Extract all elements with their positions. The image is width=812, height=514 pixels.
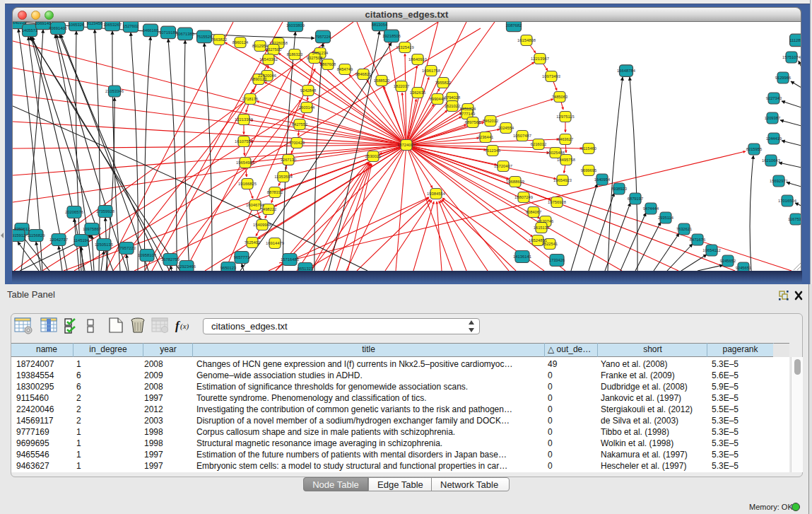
svg-text:10507487: 10507487 [513, 134, 531, 138]
svg-text:1527602: 1527602 [123, 24, 139, 28]
svg-text:9327508: 9327508 [307, 56, 323, 60]
svg-text:21053346: 21053346 [105, 89, 124, 93]
svg-text:18807249: 18807249 [514, 195, 533, 199]
svg-text:9463627: 9463627 [558, 137, 574, 141]
svg-text:5498222: 5498222 [261, 207, 277, 211]
svg-text:1362635: 1362635 [410, 90, 426, 95]
svg-text:12975115: 12975115 [556, 115, 574, 119]
svg-text:3267130: 3267130 [281, 158, 297, 162]
svg-text:8186323: 8186323 [287, 52, 303, 57]
svg-text:16782759: 16782759 [161, 257, 180, 262]
svg-text:1167531: 1167531 [788, 217, 801, 221]
svg-text:12042737: 12042737 [49, 238, 68, 242]
svg-text:7515526: 7515526 [196, 35, 213, 39]
svg-text:1640335: 1640335 [13, 22, 26, 25]
svg-text:9327500: 9327500 [266, 47, 282, 52]
svg-text:2236441: 2236441 [478, 135, 494, 139]
svg-text:8938923: 8938923 [611, 187, 628, 191]
svg-text:18495758: 18495758 [557, 158, 575, 162]
svg-text:9890123: 9890123 [251, 77, 267, 81]
svg-text:10653267: 10653267 [103, 23, 122, 27]
svg-text:8990448: 8990448 [430, 97, 446, 101]
svg-text:1615132: 1615132 [534, 226, 550, 230]
svg-text:1822037: 1822037 [394, 84, 410, 88]
svg-text:1733426: 1733426 [549, 258, 565, 262]
svg-text:10671385: 10671385 [176, 32, 194, 36]
svg-text:10719185: 10719185 [159, 30, 177, 35]
svg-text:9650123: 9650123 [220, 266, 237, 270]
svg-text:7957224: 7957224 [315, 35, 331, 39]
svg-text:19756928: 19756928 [548, 200, 566, 204]
svg-text:19218506: 19218506 [382, 34, 401, 38]
svg-text:(x): (x) [180, 322, 189, 331]
svg-text:14136141: 14136141 [513, 255, 531, 259]
svg-text:12213967: 12213967 [531, 57, 549, 61]
svg-text:9657771: 9657771 [234, 255, 250, 259]
svg-text:2603144: 2603144 [299, 105, 315, 110]
svg-text:1145194: 1145194 [73, 238, 90, 243]
svg-text:7632621: 7632621 [676, 227, 693, 231]
svg-text:15716485: 15716485 [281, 257, 299, 262]
svg-text:15751074: 15751074 [782, 55, 801, 59]
svg-text:7485063: 7485063 [552, 95, 568, 99]
svg-text:9242848: 9242848 [300, 88, 317, 93]
svg-text:11325419: 11325419 [396, 45, 413, 49]
svg-text:9115460: 9115460 [581, 146, 596, 151]
svg-text:6879197: 6879197 [628, 197, 644, 201]
svg-text:20206576: 20206576 [65, 210, 83, 214]
svg-text:18724007: 18724007 [397, 143, 416, 147]
svg-text:9123456: 9123456 [87, 22, 103, 25]
svg-text:17957223: 17957223 [117, 246, 136, 250]
svg-text:9651321: 9651321 [298, 267, 314, 271]
svg-text:11156829: 11156829 [28, 233, 45, 238]
svg-text:8451234: 8451234 [460, 107, 476, 111]
svg-text:1112853: 1112853 [789, 38, 801, 42]
svg-text:6120746: 6120746 [538, 219, 554, 223]
svg-text:8215955: 8215955 [746, 147, 763, 151]
svg-text:2069140: 2069140 [35, 22, 52, 25]
svg-text:9699695: 9699695 [581, 168, 597, 173]
svg-text:16648784: 16648784 [617, 69, 636, 73]
svg-text:9245651: 9245651 [736, 266, 752, 270]
svg-text:9474444: 9474444 [643, 206, 659, 211]
svg-text:2522541: 2522541 [542, 242, 558, 246]
svg-text:2867608: 2867608 [320, 62, 336, 66]
svg-text:1405571: 1405571 [22, 28, 38, 33]
svg-text:19384554: 19384554 [427, 192, 446, 196]
svg-text:9129966: 9129966 [775, 76, 792, 80]
svg-text:6216012: 6216012 [531, 142, 547, 146]
svg-text:10688609: 10688609 [506, 180, 524, 184]
svg-text:7625402: 7625402 [245, 240, 261, 245]
svg-text:8960124: 8960124 [233, 40, 249, 45]
svg-text:17016504: 17016504 [778, 199, 797, 203]
svg-text:10973493: 10973493 [542, 74, 560, 78]
svg-text:2718176: 2718176 [242, 97, 259, 101]
svg-text:10025488: 10025488 [546, 151, 565, 155]
svg-text:12213369: 12213369 [235, 117, 253, 122]
svg-text:12505135: 12505135 [95, 243, 113, 247]
svg-text:6897568: 6897568 [465, 120, 481, 124]
svg-text:8878332: 8878332 [267, 190, 283, 194]
svg-text:3024554: 3024554 [498, 126, 514, 130]
svg-text:1244419: 1244419 [766, 136, 782, 141]
svg-text:10975867: 10975867 [83, 227, 101, 231]
svg-text:18640910: 18640910 [408, 57, 427, 62]
svg-text:16914479: 16914479 [266, 241, 284, 245]
svg-text:5461234: 5461234 [312, 51, 329, 55]
svg-text:16033809: 16033809 [286, 23, 305, 28]
svg-text:16543362: 16543362 [259, 57, 278, 62]
svg-text:20691406: 20691406 [49, 26, 67, 30]
svg-text:6794028: 6794028 [445, 95, 461, 100]
svg-text:16154808: 16154808 [517, 38, 536, 42]
svg-text:16107553: 16107553 [235, 139, 253, 144]
svg-text:8427552: 8427552 [292, 122, 308, 127]
svg-text:8454749: 8454749 [337, 67, 353, 71]
svg-text:10958107: 10958107 [138, 253, 156, 257]
svg-text:16961758: 16961758 [422, 69, 440, 73]
svg-text:3915912: 3915912 [13, 233, 25, 238]
svg-text:1588520: 1588520 [374, 78, 390, 83]
svg-text:9777149: 9777149 [459, 112, 476, 116]
svg-text:8813054: 8813054 [372, 23, 388, 27]
svg-text:2530021: 2530021 [365, 154, 382, 158]
svg-text:1640954: 1640954 [594, 177, 611, 182]
